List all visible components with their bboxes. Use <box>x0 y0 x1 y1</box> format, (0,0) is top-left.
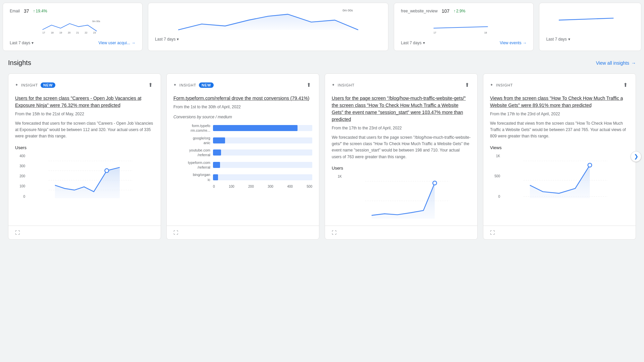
email-period-btn[interactable]: Last 7 days ▾ <box>10 41 34 45</box>
svg-text:18: 18 <box>484 31 487 34</box>
svg-text:21: 21 <box>76 31 79 34</box>
insight-label-2: ✦ INSIGHT New <box>173 82 214 88</box>
share-btn-4[interactable]: ⬆ <box>622 80 629 89</box>
svg-text:May: May <box>43 34 47 34</box>
insight-chart-3: 1K <box>332 173 471 220</box>
events-period-btn[interactable]: Last 7 days ▾ <box>401 41 425 45</box>
share-btn-3[interactable]: ⬆ <box>464 80 471 89</box>
insight-card-2-header: ✦ INSIGHT New ⬆ <box>173 80 312 89</box>
yaxis-3: 1K <box>332 173 344 220</box>
sparkle-icon-1: ✦ <box>15 83 18 87</box>
insight-body-4: We forecasted that views from the screen… <box>490 120 629 140</box>
insights-header: Insights View all insights → <box>8 59 636 67</box>
expand-btn-2[interactable]: ⛶ <box>173 230 178 235</box>
insight-label-3: ✦ INSIGHT <box>332 83 355 87</box>
svg-text:20: 20 <box>68 31 70 34</box>
bar-axis: 0 100 200 300 400 500 <box>173 185 312 188</box>
svg-text:0m 00s: 0m 00s <box>92 20 100 23</box>
right-period-btn[interactable]: Last 7 days ▾ <box>546 37 570 42</box>
insight-label-4: ✦ INSIGHT <box>490 83 513 87</box>
bar-fill-2 <box>213 137 225 143</box>
next-page-btn[interactable]: ❯ <box>631 151 641 162</box>
insight-card-2-footer: ⛶ <box>167 226 319 239</box>
insight-card-1: ✦ New INSIGHT New ⬆ Users for the screen… <box>8 73 161 240</box>
insight-headline-2: Form.typeform.com/referral drove the mos… <box>173 95 312 102</box>
sparkle-icon-2: ✦ <box>173 83 177 87</box>
svg-point-39 <box>588 163 592 167</box>
svg-text:0m 00s: 0m 00s <box>342 9 353 12</box>
svg-text:22: 22 <box>85 31 88 34</box>
insight-metric-3: Users <box>332 166 471 171</box>
insight-period-2: From the 1st to the 30th of April, 2022 <box>173 105 312 109</box>
svg-point-30 <box>105 169 109 173</box>
bar-row-1: form.typefo rm.com/re... <box>173 123 312 133</box>
insight-metric-4: Views <box>490 145 629 150</box>
bar-fill-1 <box>213 125 298 131</box>
insight-headline-3: Users for the page screen "/blog/how-muc… <box>332 95 471 123</box>
expand-btn-4[interactable]: ⛶ <box>490 230 495 235</box>
stat-label-events: free_website_review <box>401 9 437 13</box>
insights-section: Insights View all insights → ✦ New INSIG… <box>0 54 644 245</box>
view-all-insights-link[interactable]: View all insights → <box>596 60 636 66</box>
stat-value-email: 37 <box>24 8 29 14</box>
insight-headline-4: Views from the screen class "How To Chec… <box>490 95 629 109</box>
line-chart-svg-1 <box>27 153 154 200</box>
middle-period-btn[interactable]: Last 7 days ▾ <box>155 37 179 42</box>
insight-body-1: We forecasted that users for the screen … <box>15 120 154 140</box>
bar-row-3: youtube.com /referral <box>173 148 312 158</box>
up-arrow-icon2: ↑ <box>453 9 455 13</box>
insight-metric-1: Users <box>15 145 154 150</box>
bar-chart-container: Conversions by source / medium form.type… <box>173 113 312 190</box>
insight-card-3-footer: ⛶ <box>325 226 477 239</box>
email-mini-chart: 17 May 18 19 20 21 22 23 0m 00s <box>10 19 136 34</box>
insights-title: Insights <box>8 59 31 67</box>
bar-chart-title: Conversions by source / medium <box>173 115 312 119</box>
insight-period-3: From the 17th to the 23rd of April, 2022 <box>332 126 471 130</box>
stat-card-right-chart: 17 May 18 Last 7 days ▾ <box>539 3 641 51</box>
insight-chart-1: 400 300 200 100 0 <box>15 153 154 200</box>
svg-text:19: 19 <box>59 31 62 34</box>
middle-line-chart: 17 May 18 19 20 21 22 23 0m 00s <box>155 8 381 32</box>
share-btn-1[interactable]: ⬆ <box>147 80 154 89</box>
insight-card-4-header: ✦ INSIGHT ⬆ <box>490 80 629 89</box>
expand-btn-3[interactable]: ⛶ <box>332 230 336 235</box>
view-user-acq-link[interactable]: View user acqui... → <box>99 41 136 45</box>
stat-card-email: Email 37 ↑ 19.4% 17 May 18 19 20 21 22 2… <box>3 3 143 51</box>
bar-fill-3 <box>213 149 221 156</box>
insight-card-2: ✦ INSIGHT New ⬆ Form.typeform.com/referr… <box>166 73 319 240</box>
right-mini-chart: 17 May 18 <box>546 8 634 32</box>
insight-label-1: ✦ New INSIGHT New <box>15 82 55 88</box>
insight-card-1-header: ✦ New INSIGHT New ⬆ <box>15 80 154 89</box>
share-btn-2[interactable]: ⬆ <box>305 80 312 89</box>
insight-card-3: ✦ INSIGHT ⬆ Users for the page screen "/… <box>325 73 478 240</box>
stat-change-email: ↑ 19.4% <box>33 9 47 13</box>
view-events-link[interactable]: View events → <box>500 41 527 45</box>
insights-container: ✦ New INSIGHT New ⬆ Users for the screen… <box>8 73 636 240</box>
bar-row-4: typeform.com /referral <box>173 160 312 170</box>
sparkle-icon-3: ✦ <box>332 83 335 87</box>
svg-marker-29 <box>55 167 120 198</box>
expand-btn-1[interactable]: ⛶ <box>15 230 20 235</box>
yaxis-1: 400 300 200 100 0 <box>15 153 27 200</box>
svg-text:May: May <box>434 34 438 34</box>
top-stats-bar: Email 37 ↑ 19.4% 17 May 18 19 20 21 22 2… <box>0 0 644 54</box>
stat-label-email: Email <box>10 9 20 13</box>
line-chart-svg-4 <box>502 153 629 200</box>
sparkle-icon-4: ✦ <box>490 83 493 87</box>
insight-headline-1: Users for the screen class "Careers - Op… <box>15 95 154 109</box>
yaxis-4: 1K 500 0 <box>490 153 502 200</box>
badge-new-2: New <box>199 82 214 88</box>
up-arrow-icon: ↑ <box>33 9 35 13</box>
badge-new-1: New <box>41 82 55 88</box>
insight-period-1: From the 15th to the 21st of May, 2022 <box>15 112 154 116</box>
insights-grid: ✦ New INSIGHT New ⬆ Users for the screen… <box>8 73 636 240</box>
stat-change-events: ↑ 2.9% <box>453 9 465 13</box>
events-mini-chart: 17 May 18 <box>401 19 527 34</box>
bar-fill-4 <box>213 162 220 168</box>
arrow-right-icon: → <box>631 60 636 66</box>
stat-card-events: free_website_review 107 ↑ 2.9% 17 May 18… <box>394 3 534 51</box>
svg-text:18: 18 <box>51 31 54 34</box>
bar-row-5: bing/organ ic <box>173 172 312 182</box>
stat-value-events: 107 <box>442 8 449 14</box>
insight-card-3-header: ✦ INSIGHT ⬆ <box>332 80 471 89</box>
